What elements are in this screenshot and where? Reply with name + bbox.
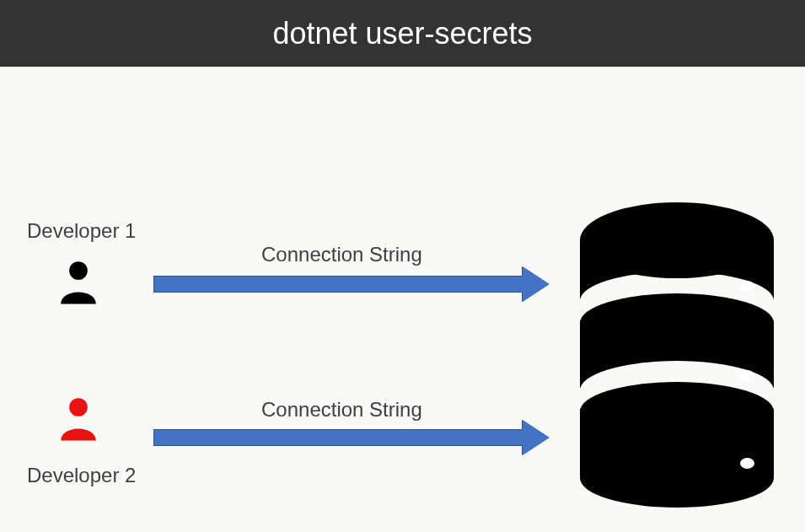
arrow-icon bbox=[153, 425, 550, 450]
connection-string-label-1: Connection String bbox=[261, 243, 422, 266]
arrow-icon bbox=[153, 271, 550, 297]
slide-title: dotnet user-secrets bbox=[272, 16, 532, 51]
person-icon bbox=[57, 258, 99, 311]
slide-title-bar: dotnet user-secrets bbox=[0, 0, 805, 67]
diagram-canvas: Developer 1 Connection String Developer … bbox=[0, 67, 805, 532]
svg-point-0 bbox=[69, 261, 88, 280]
developer-2-label: Developer 2 bbox=[27, 464, 136, 487]
developer-1-label: Developer 1 bbox=[27, 219, 136, 243]
person-icon bbox=[57, 395, 99, 448]
database-icon bbox=[580, 202, 774, 506]
svg-point-1 bbox=[69, 398, 88, 416]
connection-string-label-2: Connection String bbox=[261, 398, 422, 422]
